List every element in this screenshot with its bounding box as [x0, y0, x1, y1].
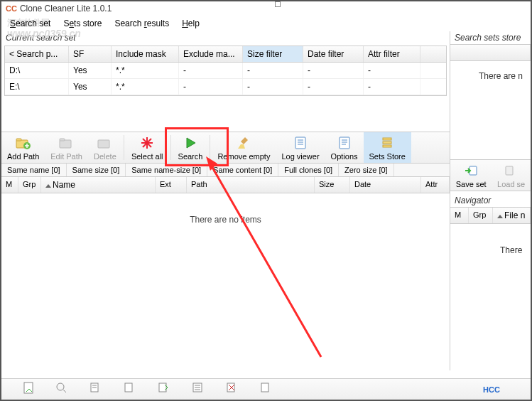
select-all-button[interactable]: Select all	[126, 132, 169, 163]
tab-same-size[interactable]: Same size [0]	[67, 164, 126, 176]
tab-same-name-size[interactable]: Same name-size [0]	[126, 164, 207, 176]
svg-rect-12	[506, 166, 513, 175]
col-attr[interactable]: Attr	[421, 177, 450, 193]
folder-edit-icon	[59, 135, 75, 151]
hcc-label: HCC	[452, 385, 531, 394]
load-set-button[interactable]: Load se	[492, 160, 531, 191]
toolbar-icon[interactable]	[23, 382, 34, 397]
search-sets-store-label: Search sets store	[450, 31, 531, 44]
list-icon	[337, 135, 352, 151]
folder-delete-icon	[97, 135, 113, 151]
tab-zero-size[interactable]: Zero size [0]	[339, 164, 394, 176]
menu-search-results[interactable]: Search results	[109, 17, 175, 30]
toolbar-icon[interactable]	[226, 382, 239, 397]
table-row[interactable]: D:\ Yes *.* - - - -	[5, 63, 446, 79]
col-path[interactable]: Path	[187, 177, 315, 193]
svg-point-14	[57, 383, 64, 390]
add-path-button[interactable]: Add Path	[1, 132, 45, 163]
edit-path-button[interactable]: Edit Path	[45, 132, 88, 163]
navigator-label: Navigator	[450, 194, 531, 207]
tab-full-clones[interactable]: Full clones [0]	[278, 164, 339, 176]
result-body: There are no items	[1, 193, 450, 370]
bottom-toolbar: HCC	[1, 378, 531, 400]
svg-rect-6	[295, 137, 305, 149]
document-icon	[293, 135, 308, 151]
stack-icon	[379, 135, 395, 151]
current-search-set-label: Current search set	[1, 31, 450, 44]
menu-help[interactable]: Help	[176, 17, 205, 30]
search-button[interactable]: Search	[173, 132, 209, 163]
empty-message: There are no items	[190, 215, 261, 225]
save-set-button[interactable]: Save set	[450, 160, 492, 191]
titlebar: CC Clone Cleaner Lite 1.0.1	[1, 1, 531, 16]
svg-rect-1	[16, 139, 21, 141]
col-sf[interactable]: SF	[69, 46, 112, 62]
sort-asc-icon	[45, 184, 51, 188]
menu-sets-store[interactable]: Sets store	[58, 17, 107, 30]
navigator-header: M Grp File n	[450, 207, 531, 224]
navigator-body: There	[450, 224, 531, 255]
svg-rect-4	[60, 139, 65, 141]
col-date-filter[interactable]: Date filter	[303, 46, 364, 62]
svg-rect-10	[383, 145, 391, 147]
menubar: Search set Sets store Search results Hel…	[1, 16, 531, 31]
window-title: Clone Cleaner Lite 1.0.1	[20, 4, 112, 14]
window-decoration	[275, 1, 281, 7]
load-icon	[504, 163, 519, 178]
nav-col-file[interactable]: File n	[493, 208, 531, 223]
sets-store-body: There are n	[450, 61, 531, 139]
svg-rect-9	[383, 141, 391, 144]
col-size[interactable]: Size	[315, 177, 350, 193]
svg-rect-20	[261, 383, 268, 392]
svg-rect-7	[340, 137, 349, 149]
toolbar-icon[interactable]	[192, 382, 205, 397]
broom-icon	[236, 135, 251, 151]
play-icon	[183, 135, 198, 151]
col-exclude-mask[interactable]: Exclude ma...	[179, 46, 243, 62]
toolbar-icon[interactable]	[260, 382, 273, 397]
sort-asc-icon	[497, 215, 503, 218]
toolbar-icon[interactable]	[55, 382, 68, 397]
col-name[interactable]: Name	[41, 177, 156, 193]
folder-plus-icon	[16, 135, 31, 151]
result-grid-header: M Grp Name Ext Path Size Date Attr	[1, 177, 450, 193]
result-tabs: Same name [0] Same size [0] Same name-si…	[1, 164, 450, 177]
col-date[interactable]: Date	[350, 177, 421, 193]
toolbar-icon[interactable]	[158, 382, 170, 397]
menu-search-set[interactable]: Search set	[4, 17, 56, 30]
grid-header: < Search p... SF Include mask Exclude ma…	[5, 46, 446, 63]
toolbar-icon[interactable]	[124, 382, 136, 397]
svg-rect-16	[125, 383, 132, 392]
remove-empty-button[interactable]: Remove empty	[212, 132, 276, 163]
svg-rect-5	[98, 140, 109, 148]
search-set-grid: < Search p... SF Include mask Exclude ma…	[4, 46, 447, 96]
svg-rect-3	[60, 140, 71, 148]
nav-col-m[interactable]: M	[450, 208, 469, 223]
col-search-path[interactable]: < Search p...	[5, 46, 69, 62]
asterisk-icon	[139, 135, 155, 151]
col-grp[interactable]: Grp	[18, 177, 41, 193]
col-include-mask[interactable]: Include mask	[112, 46, 179, 62]
sets-store-button[interactable]: Sets Store	[364, 132, 411, 163]
options-button[interactable]: Options	[325, 132, 364, 163]
log-viewer-button[interactable]: Log viewer	[276, 132, 325, 163]
delete-button[interactable]: Delete	[88, 132, 122, 163]
svg-rect-8	[383, 138, 391, 140]
col-size-filter[interactable]: Size filter	[243, 46, 303, 62]
svg-rect-19	[227, 383, 234, 392]
main-toolbar: Add Path Edit Path Delete Select all Sea…	[1, 132, 450, 164]
tab-same-name[interactable]: Same name [0]	[1, 164, 67, 176]
app-icon: CC	[6, 4, 17, 13]
tab-same-content[interactable]: Same content [0]	[207, 164, 278, 176]
table-row[interactable]: E:\ Yes *.* - - - -	[5, 79, 446, 95]
col-ext[interactable]: Ext	[156, 177, 187, 193]
col-attr-filter[interactable]: Attr filter	[364, 46, 420, 62]
nav-col-grp[interactable]: Grp	[469, 208, 493, 223]
toolbar-icon[interactable]	[89, 382, 102, 397]
col-m[interactable]: M	[1, 177, 18, 193]
save-arrow-icon	[463, 163, 479, 178]
